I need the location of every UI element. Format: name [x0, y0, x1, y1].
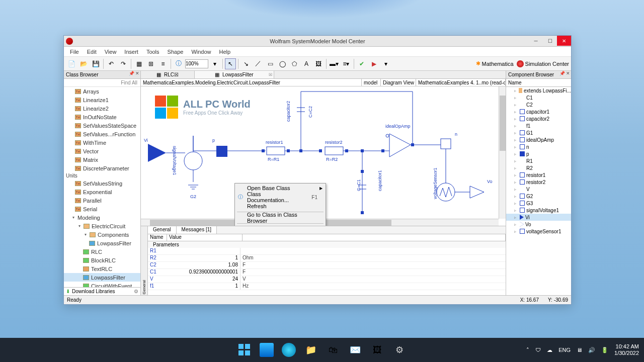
- close-panel-icon[interactable]: ✕: [566, 71, 570, 76]
- simulate-dropdown-icon[interactable]: ▾: [380, 58, 391, 69]
- tab-rlc[interactable]: ▦ RLC☒: [141, 71, 195, 78]
- view-cell[interactable]: Diagram View: [381, 79, 416, 86]
- tree-item[interactable]: TxtDiscreteParameter: [64, 164, 140, 172]
- weather-icon[interactable]: ☁: [547, 347, 552, 353]
- bottom-side-tabs[interactable]: General: [141, 226, 148, 295]
- tree-item[interactable]: ▾ElectricCircuit: [64, 222, 140, 230]
- simulation-center-link[interactable]: Simulation Center: [517, 60, 569, 67]
- language-indicator[interactable]: ENG: [558, 347, 571, 353]
- close-tab-icon[interactable]: ☒: [269, 72, 272, 77]
- tree-item[interactable]: TxtSetValues...rFunction: [64, 130, 140, 138]
- ellipse-tool-icon[interactable]: ◯: [277, 58, 288, 69]
- chevron-up-icon[interactable]: ˄: [526, 347, 529, 353]
- connector-tool-icon[interactable]: ↘: [240, 58, 252, 69]
- info-icon[interactable]: ⓘ: [173, 58, 184, 69]
- text-tool-icon[interactable]: A: [301, 58, 312, 69]
- vertical-scrollbar[interactable]: [499, 86, 506, 219]
- tree-item[interactable]: TxtSetValuesString: [64, 179, 140, 188]
- ctx-class-documentation[interactable]: ⓘClass Documentation...F1: [235, 193, 326, 202]
- param-row[interactable]: R21Ohm: [148, 255, 506, 262]
- volume-icon[interactable]: 🔊: [588, 347, 595, 353]
- component-item[interactable]: ▹C1: [506, 94, 571, 101]
- menu-view[interactable]: View: [101, 48, 121, 56]
- component-item[interactable]: ▹G2: [506, 193, 571, 200]
- tree-item[interactable]: TxtLinearize2: [64, 104, 140, 113]
- maximize-button[interactable]: ☐: [543, 36, 557, 46]
- component-item[interactable]: ▹resistor1: [506, 171, 571, 178]
- tab-lowpassfilter[interactable]: ▦ LowpassFilter☒: [195, 71, 274, 78]
- component-item[interactable]: ▹C2: [506, 101, 571, 108]
- tab-messages[interactable]: Messages [1]: [177, 226, 217, 234]
- diagram-canvas[interactable]: ALL PC World Free Apps One Click Away Vi: [141, 86, 506, 226]
- menu-help[interactable]: Help: [215, 48, 235, 56]
- battery-icon[interactable]: 🔋: [601, 347, 608, 353]
- titlebar[interactable]: Wolfram SystemModeler Model Center ─ ☐ ✕: [64, 36, 571, 47]
- tree-item[interactable]: TxtSetValuesStateSpace: [64, 121, 140, 130]
- line-style-icon[interactable]: ≡▾: [341, 58, 352, 69]
- param-row[interactable]: R1: [148, 248, 506, 255]
- tree-item[interactable]: TxtInOutNoState: [64, 113, 140, 121]
- menu-shape[interactable]: Shape: [164, 48, 188, 56]
- component-item[interactable]: ▹capacitor2: [506, 115, 571, 122]
- menu-window[interactable]: Window: [187, 48, 215, 56]
- tree-item-modeling[interactable]: ▾Modeling: [64, 213, 140, 222]
- component-item[interactable]: ▹G3: [506, 200, 571, 207]
- tree-item[interactable]: TxtArrays: [64, 87, 140, 96]
- component-item[interactable]: ▹signalVoltage1: [506, 207, 571, 214]
- component-item[interactable]: ▹Vi: [506, 214, 571, 221]
- mail-icon[interactable]: ✉️: [348, 343, 362, 357]
- tree-item[interactable]: TxtWithTime: [64, 138, 140, 147]
- undo-icon[interactable]: ↶: [106, 58, 117, 69]
- param-row[interactable]: C10.9239000000000001F: [148, 269, 506, 276]
- menu-file[interactable]: File: [66, 48, 83, 56]
- view-icon-button[interactable]: ▦: [133, 58, 144, 69]
- image-tool-icon[interactable]: 🖼: [313, 58, 324, 69]
- zoom-dropdown-icon[interactable]: ▾: [209, 58, 220, 69]
- tree-item[interactable]: TxtLinearize1: [64, 96, 140, 104]
- component-item[interactable]: ▹resistor2: [506, 178, 571, 186]
- tree-item[interactable]: TxtParallel: [64, 196, 140, 205]
- system-tray[interactable]: ˄ 🛡 ☁ ENG 🖥 🔊 🔋 10:42 AM 1/30/2022: [526, 343, 639, 356]
- breadcrumb[interactable]: MathematicaExamples.Modeling.ElectricCir…: [141, 79, 362, 86]
- component-item[interactable]: ▹R2: [506, 164, 571, 171]
- network-icon[interactable]: 🖥: [577, 347, 582, 353]
- mathematica-link[interactable]: ✱Mathematica: [476, 60, 514, 67]
- component-item[interactable]: ▹voltageSensor1: [506, 228, 571, 235]
- ctx-refresh[interactable]: Refresh: [235, 202, 326, 211]
- start-button[interactable]: [237, 343, 252, 357]
- ctx-copy-view-image[interactable]: Copy View as Image: [235, 225, 326, 226]
- tree-item[interactable]: TxtMatrix: [64, 155, 140, 164]
- settings-icon[interactable]: ⚙: [392, 343, 407, 357]
- download-libraries[interactable]: ⬇Download Libraries⚙: [64, 287, 140, 295]
- tree-item[interactable]: TextRLC: [64, 264, 140, 273]
- name-column-header[interactable]: Name: [506, 79, 571, 87]
- component-item[interactable]: ▹R1: [506, 157, 571, 164]
- fill-color-icon[interactable]: ▬▾: [329, 58, 340, 69]
- task-view-icon[interactable]: [260, 343, 274, 357]
- ctx-goto-class[interactable]: Go to Class in Class Browser: [235, 213, 326, 222]
- line-tool-icon[interactable]: ／: [253, 58, 264, 69]
- component-item[interactable]: ▹extends LowpassFi...: [506, 87, 571, 94]
- view-diagram-button[interactable]: ⊞: [145, 58, 156, 69]
- tree-item[interactable]: BlockRLC: [64, 256, 140, 264]
- param-row[interactable]: V24V: [148, 276, 506, 283]
- tree-item[interactable]: ▾Components: [64, 230, 140, 239]
- class-tree[interactable]: TxtArraysTxtLinearize1TxtLinearize2TxtIn…: [64, 87, 140, 287]
- store-icon[interactable]: 🛍: [326, 343, 340, 357]
- close-button[interactable]: ✕: [557, 36, 571, 46]
- menu-edit[interactable]: Edit: [83, 48, 101, 56]
- taskbar[interactable]: 📁 🛍 ✉️ 🖼 ⚙ ˄ 🛡 ☁ ENG 🖥 🔊 🔋 10:42 AM 1/30…: [0, 338, 644, 362]
- tree-item[interactable]: RLC: [64, 247, 140, 256]
- param-row[interactable]: f11Hz: [148, 283, 506, 290]
- tree-item[interactable]: TxtExponential: [64, 188, 140, 196]
- edge-icon[interactable]: [282, 343, 296, 357]
- tree-item[interactable]: LowpassFilter: [64, 239, 140, 247]
- pin-icon[interactable]: 📌: [559, 71, 565, 76]
- close-panel-icon[interactable]: ✕: [135, 71, 139, 76]
- photos-icon[interactable]: 🖼: [370, 343, 384, 357]
- menu-tools[interactable]: Tools: [142, 48, 164, 56]
- simulate-icon[interactable]: ▶: [368, 58, 379, 69]
- component-tree[interactable]: ▹extends LowpassFi...▹C1▹C2▹capacitor1▹c…: [506, 87, 571, 295]
- tree-item[interactable]: LowpassFilter: [64, 273, 140, 282]
- tree-item[interactable]: TxtVector: [64, 147, 140, 155]
